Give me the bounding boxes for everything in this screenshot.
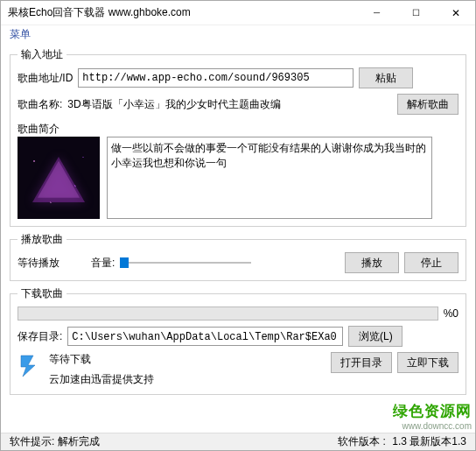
status-left-label: 软件提示: <box>10 434 54 449</box>
album-cover <box>18 137 100 219</box>
volume-slider[interactable] <box>120 255 251 271</box>
intro-textarea[interactable]: 做一些以前不会做的事爱一个可能没有结果的人谢谢你成为我当时的小幸运我也想和你说一… <box>107 137 432 219</box>
status-right-value: 1.3 最新版本1.3 <box>392 435 466 447</box>
song-name-value: 3D粤语版「小幸运」我的少女时代主题曲改编 <box>67 97 392 112</box>
input-legend: 输入地址 <box>18 47 66 62</box>
input-group: 输入地址 歌曲地址/ID 粘贴 歌曲名称: 3D粤语版「小幸运」我的少女时代主题… <box>10 47 466 227</box>
url-label: 歌曲地址/ID <box>18 71 73 86</box>
menu-item[interactable]: 菜单 <box>10 28 31 40</box>
open-dir-button[interactable]: 打开目录 <box>331 352 392 373</box>
play-group: 播放歌曲 等待播放 音量: 播放 停止 <box>10 232 466 281</box>
browse-button[interactable]: 浏览(L) <box>348 326 402 347</box>
close-button[interactable]: ✕ <box>436 1 475 25</box>
parse-button[interactable]: 解析歌曲 <box>397 94 458 115</box>
app-window: 果核Echo回音下载器 www.ghboke.com ─ ☐ ✕ 菜单 输入地址… <box>0 0 476 451</box>
progress-bar <box>18 307 438 321</box>
menu-bar: 菜单 <box>1 25 475 47</box>
maximize-button[interactable]: ☐ <box>396 1 436 25</box>
progress-percent: %0 <box>444 307 458 320</box>
xunlei-text: 云加速由迅雷提供支持 <box>49 372 324 387</box>
window-title: 果核Echo回音下载器 www.ghboke.com <box>8 5 357 20</box>
content-area: 输入地址 歌曲地址/ID 粘贴 歌曲名称: 3D粤语版「小幸运」我的少女时代主题… <box>1 47 475 395</box>
watermark: 绿色资源网 www.downcc.com <box>393 401 472 431</box>
dir-label: 保存目录: <box>18 329 62 344</box>
status-bar: 软件提示: 解析完成 软件版本 : 1.3 最新版本1.3 <box>1 433 475 450</box>
download-group: 下载歌曲 %0 保存目录: 浏览(L) 等待下载 云加速由迅雷提供支持 打 <box>10 286 466 395</box>
download-wait: 等待下载 <box>49 352 324 367</box>
play-status: 等待播放 <box>18 256 60 271</box>
play-legend: 播放歌曲 <box>18 232 66 247</box>
download-button[interactable]: 立即下载 <box>397 352 458 373</box>
volume-label: 音量: <box>91 256 115 271</box>
song-name-label: 歌曲名称: <box>18 97 62 112</box>
xunlei-icon <box>18 354 42 378</box>
window-controls: ─ ☐ ✕ <box>357 1 475 25</box>
paste-button[interactable]: 粘贴 <box>359 67 413 88</box>
status-right-label: 软件版本 : <box>338 435 386 447</box>
status-left-value: 解析完成 <box>58 434 100 449</box>
stop-button[interactable]: 停止 <box>404 252 458 273</box>
download-legend: 下载歌曲 <box>18 286 66 301</box>
play-button[interactable]: 播放 <box>345 252 399 273</box>
dir-input[interactable] <box>67 327 343 346</box>
titlebar: 果核Echo回音下载器 www.ghboke.com ─ ☐ ✕ <box>1 1 475 25</box>
intro-label: 歌曲简介 <box>18 123 60 135</box>
url-input[interactable] <box>78 68 354 88</box>
minimize-button[interactable]: ─ <box>357 1 396 25</box>
